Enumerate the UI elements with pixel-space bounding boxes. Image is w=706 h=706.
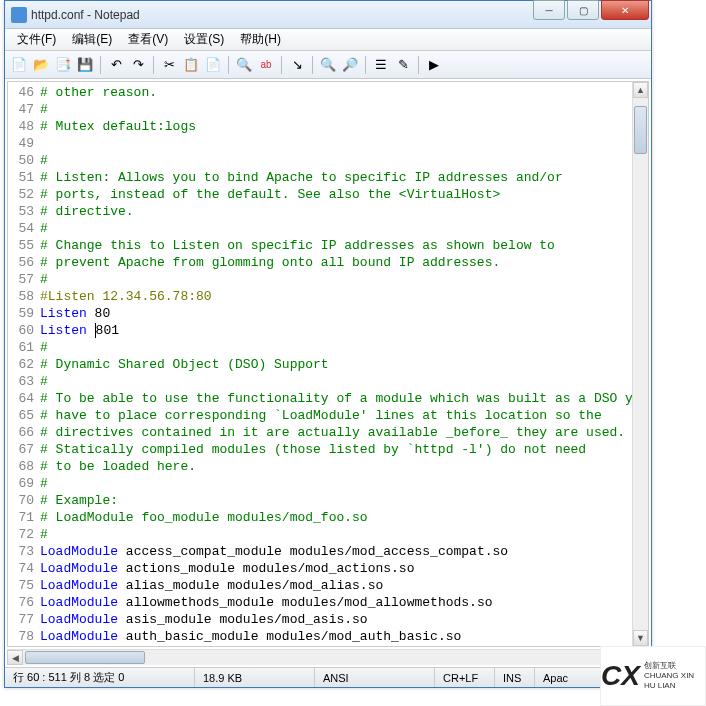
separator <box>153 56 154 74</box>
separator <box>281 56 282 74</box>
code-area[interactable]: # other reason.## Mutex default:logs## L… <box>40 82 632 646</box>
watermark: CX 创新互联 CHUANG XIN HU LIAN <box>600 646 706 706</box>
menubar: 文件(F) 编辑(E) 查看(V) 设置(S) 帮助(H) <box>5 29 651 51</box>
status-eol: CR+LF <box>435 668 495 687</box>
toolbar: 📄 📂 📑 💾 ↶ ↷ ✂ 📋 📄 🔍 ab ↘ 🔍 🔎 ☰ ✎ ▶ <box>5 51 651 79</box>
menu-settings[interactable]: 设置(S) <box>176 29 232 50</box>
scroll-up-icon[interactable]: ▲ <box>633 82 648 98</box>
maximize-button[interactable]: ▢ <box>567 0 599 20</box>
status-size: 18.9 KB <box>195 668 315 687</box>
statusbar: 行 60 : 511 列 8 选定 0 18.9 KB ANSI CR+LF I… <box>5 667 651 687</box>
editor[interactable]: 4647484950515253545556575859606162636465… <box>7 81 649 647</box>
status-encoding: ANSI <box>315 668 435 687</box>
redo-icon[interactable]: ↷ <box>128 55 148 75</box>
menu-help[interactable]: 帮助(H) <box>232 29 289 50</box>
replace-icon[interactable]: ab <box>256 55 276 75</box>
goto-icon[interactable]: ↘ <box>287 55 307 75</box>
paste-icon[interactable]: 📄 <box>203 55 223 75</box>
new-icon[interactable]: 📄 <box>9 55 29 75</box>
menu-file[interactable]: 文件(F) <box>9 29 64 50</box>
window-title: httpd.conf - Notepad <box>31 8 533 22</box>
copy-icon[interactable]: 📋 <box>181 55 201 75</box>
app-window: httpd.conf - Notepad ─ ▢ ✕ 文件(F) 编辑(E) 查… <box>4 0 652 688</box>
vertical-scrollbar[interactable]: ▲ ▼ <box>632 82 648 646</box>
close-button[interactable]: ✕ <box>601 0 649 20</box>
zoomin-icon[interactable]: 🔍 <box>318 55 338 75</box>
horizontal-scrollbar[interactable]: ◀ ▶ <box>7 649 649 665</box>
separator <box>365 56 366 74</box>
scroll-left-icon[interactable]: ◀ <box>7 650 23 665</box>
watermark-text1: 创新互联 <box>644 661 705 671</box>
line-gutter: 4647484950515253545556575859606162636465… <box>8 82 40 646</box>
titlebar[interactable]: httpd.conf - Notepad ─ ▢ ✕ <box>5 1 651 29</box>
scroll-thumb[interactable] <box>634 106 647 154</box>
watermark-text2: CHUANG XIN HU LIAN <box>644 671 705 691</box>
run-icon[interactable]: ▶ <box>424 55 444 75</box>
scroll-thumb-h[interactable] <box>25 651 145 664</box>
open-icon[interactable]: 📂 <box>31 55 51 75</box>
separator <box>228 56 229 74</box>
save-icon[interactable]: 💾 <box>75 55 95 75</box>
wrap-icon[interactable]: ☰ <box>371 55 391 75</box>
app-icon <box>11 7 27 23</box>
undo-icon[interactable]: ↶ <box>106 55 126 75</box>
find-icon[interactable]: 🔍 <box>234 55 254 75</box>
separator <box>418 56 419 74</box>
cut-icon[interactable]: ✂ <box>159 55 179 75</box>
separator <box>100 56 101 74</box>
minimize-button[interactable]: ─ <box>533 0 565 20</box>
status-ins: INS <box>495 668 535 687</box>
watermark-logo: CX <box>601 660 640 692</box>
font-icon[interactable]: ✎ <box>393 55 413 75</box>
menu-edit[interactable]: 编辑(E) <box>64 29 120 50</box>
separator <box>312 56 313 74</box>
status-position: 行 60 : 511 列 8 选定 0 <box>5 668 195 687</box>
scroll-down-icon[interactable]: ▼ <box>633 630 648 646</box>
menu-view[interactable]: 查看(V) <box>120 29 176 50</box>
mru-icon[interactable]: 📑 <box>53 55 73 75</box>
zoomout-icon[interactable]: 🔎 <box>340 55 360 75</box>
